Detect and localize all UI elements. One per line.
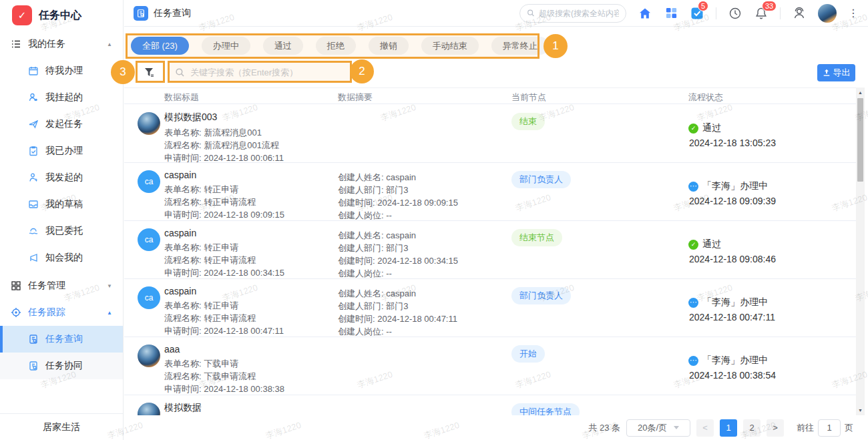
global-search[interactable] [519,4,626,23]
paper-plane-icon [28,119,39,130]
todo-button[interactable]: 5 [690,6,704,21]
person-pause-icon [28,92,39,103]
export-label: 导出 [833,67,851,79]
sidebar-group-task-manage[interactable]: 任务管理 ▼ [0,272,123,299]
home-button[interactable] [638,6,652,21]
export-button[interactable]: 导出 [817,64,855,81]
status-date: 2024-12-18 00:38:54 [689,370,776,381]
keyword-search [168,62,351,82]
search-icon [527,9,535,17]
summary-line: 创建时间: 2024-12-18 00:47:11 [338,312,457,325]
global-search-input[interactable] [539,9,619,18]
tab-abnormal-end[interactable]: 异常终止 [491,37,549,55]
sidebar-item-label: 任务协同 [45,360,83,372]
sidebar-item-task-query[interactable]: 任务查询 [0,326,123,353]
sidebar-group-task-track[interactable]: 任务跟踪 ▲ [0,299,123,326]
sidebar-item-handled[interactable]: 我已办理 [0,138,123,164]
meta-line: 流程名称: 转正申请流程 [164,312,284,324]
sidebar-item-label: 发起任务 [45,118,83,130]
table-row[interactable]: aaa 表单名称: 下载申请 流程名称: 下载申请流程 申请时间: 2024-1… [124,337,856,395]
inbox-icon [28,199,39,210]
node-badge: 中间任务节点 [511,403,580,415]
doc-search-icon [28,361,39,371]
avatar: ca [138,170,160,193]
apps-button[interactable] [664,6,678,21]
table-row[interactable]: 模拟数据 中间任务节点 [124,395,856,415]
table-row[interactable]: ca caspain 表单名称: 转正申请 流程名称: 转正申请流程 申请时间:… [124,163,856,221]
scrollbar-thumb[interactable] [857,98,863,182]
column-header: 数据摘要 [338,91,373,103]
sidebar-footer[interactable]: 居家生活 [0,413,123,440]
row-title: 模拟数据003 [164,112,284,124]
support-button[interactable] [792,6,807,21]
sidebar-item-label: 任务查询 [45,333,83,345]
tab-processing[interactable]: 办理中 [202,37,250,55]
meta-line: 流程名称: 下载申请流程 [164,370,284,383]
summary-line: 创建人岗位: -- [338,325,457,338]
sidebar-item-todo[interactable]: 待我办理 [0,57,123,84]
table-row[interactable]: ca caspain 表单名称: 转正申请 流程名称: 转正申请流程 申请时间:… [124,221,856,279]
sidebar-item-task-collab[interactable]: 任务协同 [0,353,123,379]
sidebar-item-suspended[interactable]: 我挂起的 [0,84,123,111]
page-size-select[interactable]: 20条/页 [626,419,690,437]
more-menu-icon[interactable]: ⋮ [848,10,859,17]
column-header: 数据标题 [164,91,199,103]
app-logo-icon: ✓ [12,5,32,25]
sidebar-group-label: 任务管理 [28,280,65,292]
person-flag-icon [28,172,39,183]
sidebar-group-label: 任务跟踪 [28,306,65,318]
meta-line: 申请时间: 2024-12-18 09:09:15 [164,208,284,221]
summary-line: 创建人岗位: -- [338,209,458,222]
next-page-button[interactable]: > [767,419,784,437]
sidebar-group-my-tasks[interactable]: 我的任务 ▲ [0,31,123,57]
sidebar-item-cc-to-me[interactable]: 知会我的 [0,244,123,271]
user-avatar[interactable] [818,4,837,23]
sidebar-item-drafts[interactable]: 我的草稿 [0,191,123,218]
notifications-button[interactable]: 33 [754,6,769,21]
prev-page-button[interactable]: < [696,419,714,437]
summary-line: 创建人部门: 部门3 [338,300,457,312]
megaphone-icon [28,252,39,263]
sidebar-item-delegated[interactable]: 我已委托 [0,218,123,244]
node-badge: 结束 [511,113,545,130]
summary-line: 创建人姓名: caspain [338,229,458,242]
vertical-scrollbar[interactable]: ▲ ▼ [856,87,865,415]
search-icon [175,67,185,77]
tab-manual-end[interactable]: 手动结束 [421,37,479,55]
scroll-up-arrow[interactable]: ▲ [856,88,865,97]
main-area: 任务查询 5 33 [124,0,868,440]
sidebar-item-label: 待我办理 [45,65,83,77]
funnel-icon [144,67,155,78]
table-header: 数据标题 数据摘要 当前节点 流程状态 [124,87,856,104]
table-row[interactable]: ca caspain 表单名称: 转正申请 流程名称: 转正申请流程 申请时间:… [124,279,856,337]
avatar: ca [138,228,160,251]
meta-line: 流程名称: 转正申请流程 [164,254,284,266]
sidebar-item-label: 我挂起的 [45,91,83,103]
sidebar-item-initiate-task[interactable]: 发起任务 [0,111,123,138]
page-button-1[interactable]: 1 [720,419,737,437]
meta-line: 申请时间: 2024-12-18 00:34:15 [164,266,284,279]
export-icon [823,69,831,77]
sidebar-item-initiated-by-me[interactable]: 我发起的 [0,164,123,191]
tab-rejected[interactable]: 拒绝 [316,37,356,55]
hand-delegate-icon [28,226,39,236]
tab-all[interactable]: 全部 (23) [131,37,189,55]
history-button[interactable] [728,6,742,21]
goto-page-input[interactable] [818,419,841,437]
filter-button[interactable] [136,63,162,81]
tab-approved[interactable]: 通过 [263,37,303,55]
goto-label: 前往 [797,422,814,434]
page-button-2[interactable]: 2 [743,419,761,437]
table-row[interactable]: 模拟数据003 表单名称: 新流程消息001 流程名称: 新流程消息001流程 … [124,105,856,163]
tab-revoked[interactable]: 撤销 [369,37,409,55]
keyword-search-input[interactable] [190,67,334,77]
status-date: 2024-12-18 09:08:46 [689,254,776,264]
table-body: 模拟数据003 表单名称: 新流程消息001 流程名称: 新流程消息001流程 … [124,105,856,415]
scroll-down-arrow[interactable]: ▼ [856,406,865,415]
page-size-value: 20条/页 [638,422,667,434]
summary-line: 创建人姓名: caspain [338,171,458,184]
status-text: 通过 [702,122,721,134]
status-filter-tabs: 全部 (23) 办理中 通过 拒绝 撤销 手动结束 异常终止 [131,37,549,55]
avatar [138,112,160,135]
topbar: 任务查询 5 33 [124,0,868,27]
